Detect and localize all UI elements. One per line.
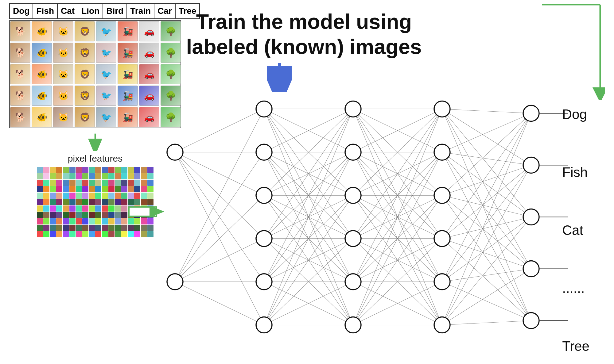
- pixel-cell: [82, 205, 88, 212]
- pixel-cell: [134, 173, 140, 179]
- pixel-grid: [37, 167, 154, 237]
- pixel-cell: [147, 186, 154, 192]
- pixel-cell: [76, 218, 82, 224]
- image-cell: 🐕: [10, 85, 31, 106]
- pixel-cell: [108, 212, 115, 218]
- pixel-cell: [121, 186, 127, 192]
- image-cell: 🦁: [74, 85, 95, 106]
- nn-node: [256, 274, 272, 290]
- pixel-cell: [95, 180, 101, 186]
- category-header-cat: Cat: [57, 3, 78, 19]
- pixel-cell: [50, 231, 56, 237]
- pixel-cell: [56, 173, 62, 179]
- pixel-cell: [43, 218, 49, 224]
- pixel-cell: [147, 167, 154, 173]
- pixel-cell: [63, 167, 69, 173]
- pixel-cell: [141, 225, 147, 231]
- pixel-cell: [141, 231, 147, 237]
- nn-nodes: [167, 101, 539, 333]
- svg-line-113: [442, 239, 531, 321]
- pixel-cell: [56, 167, 62, 173]
- svg-line-96: [442, 109, 531, 217]
- pixel-cell: [50, 212, 56, 218]
- svg-line-18: [175, 195, 264, 282]
- pixel-cell: [37, 199, 43, 205]
- pixel-cell: [69, 218, 76, 224]
- pixel-cell: [95, 193, 101, 199]
- image-cell: 🦁: [74, 107, 95, 128]
- pixel-cell: [37, 167, 43, 173]
- image-cell: 🚂: [117, 21, 138, 42]
- pixel-cell: [76, 173, 82, 179]
- pixel-cell: [56, 186, 62, 192]
- pixel-cell: [141, 173, 147, 179]
- pixel-cell: [56, 212, 62, 218]
- pixel-cell: [89, 218, 95, 224]
- nn-node: [167, 144, 183, 160]
- neural-network-diagram: [160, 0, 608, 364]
- nn-connections: [175, 109, 531, 325]
- pixel-cell: [89, 225, 95, 231]
- nn-panel: Train the model using labeled (known) im…: [160, 0, 608, 364]
- pixel-cell: [76, 167, 82, 173]
- nn-node: [345, 187, 361, 203]
- pixel-cell: [115, 205, 121, 212]
- pixel-cell: [115, 193, 121, 199]
- pixel-cell: [82, 225, 88, 231]
- pixel-cell: [69, 231, 76, 237]
- pixel-cell: [43, 186, 49, 192]
- pixel-cell: [102, 167, 108, 173]
- pixel-cell: [69, 173, 76, 179]
- pixel-cell: [37, 205, 43, 212]
- pixel-cell: [50, 218, 56, 224]
- pixel-cell: [63, 205, 69, 212]
- pixel-cell: [63, 199, 69, 205]
- pixel-cell: [95, 205, 101, 212]
- nn-node: [434, 187, 450, 203]
- pixel-cell: [141, 186, 147, 192]
- pixel-cell: [69, 180, 76, 186]
- image-cell: 🐠: [31, 42, 52, 63]
- category-header-fish: Fish: [33, 3, 57, 19]
- pixel-cell: [37, 218, 43, 224]
- pixel-cell: [95, 218, 101, 224]
- pixel-cell: [121, 167, 127, 173]
- pixel-cell: [69, 186, 76, 192]
- pixel-cell: [82, 186, 88, 192]
- pixel-cell: [141, 167, 147, 173]
- pixel-cell: [50, 205, 56, 212]
- pixel-features-label: pixel features: [9, 153, 181, 164]
- image-cell: 🚗: [139, 21, 160, 42]
- svg-line-123: [442, 321, 531, 325]
- image-cell: 🚗: [139, 42, 160, 63]
- image-cell: 🚂: [117, 42, 138, 63]
- pixel-cell: [69, 199, 76, 205]
- pixel-cell: [89, 167, 95, 173]
- pixel-cell: [50, 173, 56, 179]
- pixel-cell: [82, 212, 88, 218]
- svg-line-116: [442, 217, 531, 282]
- pixel-cell: [69, 167, 76, 173]
- pixel-cell: [128, 231, 134, 237]
- pixel-cell: [56, 218, 62, 224]
- pixel-cell: [76, 231, 82, 237]
- pixel-cell: [63, 180, 69, 186]
- pixel-cell: [50, 225, 56, 231]
- image-cell: 🐠: [31, 64, 52, 85]
- nn-node: [345, 317, 361, 333]
- pixel-cell: [108, 205, 115, 212]
- image-cell: 🚂: [117, 85, 138, 106]
- pixel-cell: [43, 231, 49, 237]
- pixel-cell: [82, 180, 88, 186]
- nn-node: [434, 101, 450, 117]
- pixel-cell: [115, 225, 121, 231]
- pixel-cell: [147, 193, 154, 199]
- pixel-cell: [56, 199, 62, 205]
- pixel-cell: [43, 205, 49, 212]
- pixel-cell: [89, 193, 95, 199]
- pixel-cell: [82, 218, 88, 224]
- svg-line-94: [442, 109, 531, 113]
- pixel-cell: [50, 180, 56, 186]
- pixel-cell: [128, 180, 134, 186]
- nn-node: [523, 313, 539, 329]
